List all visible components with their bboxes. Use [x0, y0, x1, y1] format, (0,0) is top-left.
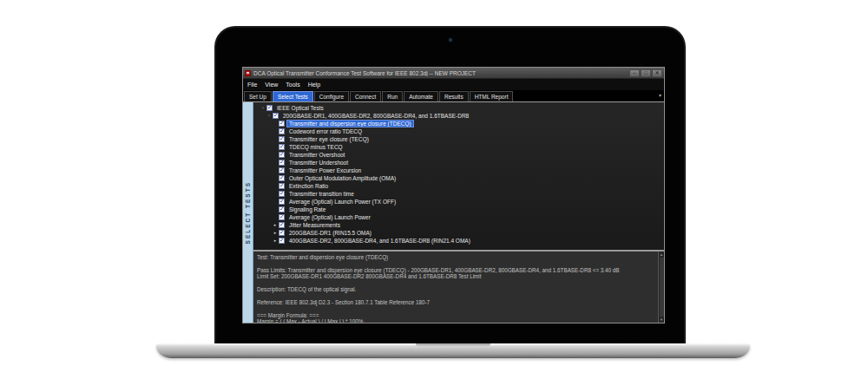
- tree-row[interactable]: ✓Transmitter Undershoot: [253, 159, 664, 167]
- tree-row-label: IEEE Optical Tests: [275, 105, 326, 111]
- tab-overflow-arrow-icon[interactable]: ▾: [659, 93, 661, 98]
- check-icon: ✓: [279, 182, 284, 188]
- expand-arrow-icon[interactable]: ▸: [272, 237, 279, 245]
- close-button[interactable]: ✕: [652, 69, 662, 77]
- tree-row-label: Transmitter Undershoot: [287, 160, 350, 166]
- checkbox[interactable]: ✓: [279, 222, 285, 228]
- checkbox[interactable]: ✓: [279, 128, 285, 134]
- details-line: Description: TDECQ of the optical signal…: [257, 286, 656, 292]
- tree-row-label: Extinction Ratio: [287, 183, 330, 189]
- tree-row-label: Transmitter Overshoot: [287, 152, 346, 158]
- tree-row[interactable]: ✓Transmitter and dispersion eye closure …: [253, 120, 664, 127]
- expanded-marker-icon[interactable]: ▾: [260, 104, 266, 112]
- tab-results[interactable]: Results: [439, 91, 469, 101]
- checkbox[interactable]: ✓: [279, 175, 285, 181]
- tree-row-label: Codeword error ratio TDECQ: [287, 128, 364, 134]
- page-background: DCA Optical Transmitter Conformance Test…: [0, 0, 868, 392]
- scroll-up-icon[interactable]: ▲: [660, 252, 663, 257]
- check-icon: ✓: [279, 221, 284, 227]
- checkbox[interactable]: ✓: [279, 144, 285, 150]
- checkbox[interactable]: ✓: [279, 238, 285, 244]
- tree-row-label: Signaling Rate: [287, 206, 327, 212]
- tree-row[interactable]: ✓Outer Optical Modulation Amplitude (OMA…: [253, 174, 664, 182]
- check-icon: ✓: [279, 190, 284, 196]
- laptop-base: [156, 343, 750, 358]
- check-icon: ✓: [279, 213, 284, 219]
- scroll-down-icon[interactable]: ▼: [660, 317, 663, 322]
- expand-arrow-icon[interactable]: ▸: [272, 221, 279, 229]
- tree-row[interactable]: ✓Signaling Rate: [253, 206, 664, 213]
- tab-connect[interactable]: Connect: [350, 91, 381, 101]
- maximize-button[interactable]: □: [641, 69, 651, 77]
- tab-run[interactable]: Run: [382, 91, 403, 101]
- checkbox[interactable]: ✓: [279, 183, 285, 189]
- menu-file[interactable]: File: [247, 82, 257, 88]
- tab-automate[interactable]: Automate: [404, 91, 438, 101]
- tab-html-report[interactable]: HTML Report: [470, 91, 514, 101]
- laptop-screen-bezel: DCA Optical Transmitter Conformance Test…: [214, 26, 686, 349]
- checkbox[interactable]: ✓: [279, 160, 285, 166]
- app-window: DCA Optical Transmitter Conformance Test…: [242, 67, 665, 323]
- details-line: [257, 305, 656, 311]
- details-line: [257, 260, 656, 266]
- tree-row[interactable]: ▸✓200GBASE-DR1 (RIN15.5 OMA): [253, 229, 664, 237]
- tree-row[interactable]: ✓Transmitter Overshoot: [253, 151, 664, 159]
- tree-row[interactable]: ✓TDECQ minus TECQ: [253, 143, 664, 151]
- menu-view[interactable]: View: [265, 82, 278, 88]
- window-title: DCA Optical Transmitter Conformance Test…: [253, 70, 627, 76]
- checkbox[interactable]: ✓: [279, 214, 285, 220]
- tree-row[interactable]: ▸✓Jitter Measurements: [253, 221, 664, 229]
- tree-row[interactable]: ✓Extinction Ratio: [253, 182, 664, 190]
- tree-row[interactable]: ✓Average (Optical) Launch Power: [253, 213, 664, 221]
- tree-row[interactable]: ✓Codeword error ratio TDECQ: [253, 127, 664, 135]
- menu-tools[interactable]: Tools: [286, 82, 299, 88]
- minimize-button[interactable]: –: [629, 69, 640, 77]
- check-icon: ✓: [279, 127, 284, 134]
- tree-row[interactable]: ▾✓200GBASE-DR1, 400GBASE-DR2, 800GBASE-D…: [253, 112, 664, 120]
- details-scrollbar[interactable]: ▲ ▼: [658, 252, 664, 323]
- checkbox[interactable]: ✓: [279, 152, 285, 158]
- check-icon: ✓: [279, 159, 284, 165]
- check-icon: ✓: [267, 104, 272, 110]
- tree-row-label: Transmitter Power Excursion: [287, 167, 363, 173]
- checkbox[interactable]: ✓: [279, 230, 285, 236]
- checkbox[interactable]: ✓: [279, 199, 285, 205]
- details-line: [257, 292, 656, 298]
- checkbox[interactable]: ✓: [266, 105, 273, 111]
- expanded-marker-icon[interactable]: ▾: [266, 112, 273, 120]
- checkbox[interactable]: ✓: [279, 167, 285, 173]
- tree-row-label: Jitter Measurements: [287, 222, 342, 228]
- check-icon: ✓: [279, 174, 284, 180]
- checkbox[interactable]: ✓: [273, 113, 279, 119]
- tree-row[interactable]: ▸✓400GBASE-DR2, 800GBASE-DR4, and 1.6TBA…: [253, 237, 664, 245]
- tree-row-label: Average (Optical) Launch Power: [287, 214, 372, 220]
- checkbox[interactable]: ✓: [279, 136, 285, 142]
- check-icon: ✓: [279, 237, 284, 243]
- tree-row-label: Transmitter eye closure (TECQ): [287, 136, 371, 142]
- details-line: [257, 280, 656, 286]
- tree-row[interactable]: ✓Transmitter transition time: [253, 190, 664, 198]
- tree-row[interactable]: ✓Transmitter eye closure (TECQ): [253, 135, 664, 143]
- details-line: Pass Limits: Transmitter and dispersion …: [257, 267, 656, 273]
- details-line: Margin = ( ( Max - Actual ) / | Max | ) …: [257, 318, 656, 323]
- checkbox[interactable]: ✓: [279, 191, 285, 197]
- tab-select-tests[interactable]: Select Tests: [273, 91, 313, 101]
- check-icon: ✓: [279, 229, 284, 235]
- details-line: Reference: IEEE 802.3dj D2.3 - Section 1…: [257, 299, 656, 305]
- checkbox[interactable]: ✓: [279, 206, 285, 212]
- tree-row[interactable]: ✓Transmitter Power Excursion: [253, 167, 664, 174]
- tree-row[interactable]: ▾✓IEEE Optical Tests: [253, 104, 664, 112]
- select-tests-vertical-banner: SELECT TESTS: [243, 102, 253, 323]
- check-icon: ✓: [279, 143, 284, 149]
- checkbox[interactable]: ✓: [279, 121, 285, 127]
- menu-help[interactable]: Help: [308, 82, 320, 88]
- tab-set-up[interactable]: Set Up: [244, 91, 272, 101]
- tree-row[interactable]: ✓Average (Optical) Launch Power (TX OFF): [253, 198, 664, 206]
- check-icon: ✓: [279, 151, 284, 157]
- tab-configure[interactable]: Configure: [314, 91, 349, 101]
- main-area: ▾✓IEEE Optical Tests▾✓200GBASE-DR1, 400G…: [253, 102, 664, 323]
- check-icon: ✓: [279, 135, 284, 141]
- expand-arrow-icon[interactable]: ▸: [272, 229, 279, 237]
- scrollbar-track[interactable]: [660, 258, 664, 317]
- tree-row-label: 200GBASE-DR1 (RIN15.5 OMA): [287, 230, 373, 236]
